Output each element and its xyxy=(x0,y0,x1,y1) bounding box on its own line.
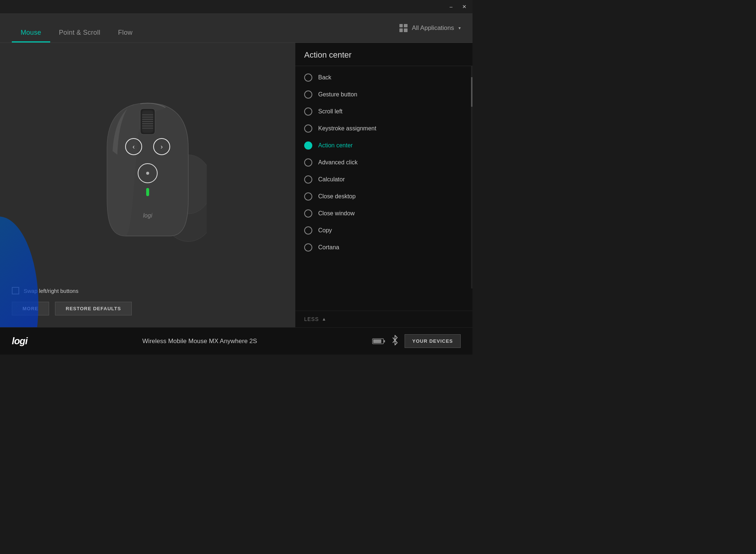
action-label-close-window: Close window xyxy=(318,210,355,217)
action-item-action-center[interactable]: Action center xyxy=(295,137,472,154)
tab-mouse[interactable]: Mouse xyxy=(12,29,50,42)
app-container: Mouse Point & Scroll Flow All Applicatio… xyxy=(0,13,472,355)
svg-rect-17 xyxy=(146,188,149,196)
header-right: All Applications ▾ xyxy=(399,24,461,32)
action-list[interactable]: BackGesture buttonScroll leftKeystroke a… xyxy=(295,66,472,311)
action-label-cortana: Cortana xyxy=(318,244,339,251)
radio-copy xyxy=(304,226,312,235)
all-apps-label[interactable]: All Applications xyxy=(412,24,454,32)
battery-icon xyxy=(372,338,385,345)
footer-device-name: Wireless Mobile Mouse MX Anywhere 2S xyxy=(27,338,372,345)
footer: logi Wireless Mobile Mouse MX Anywhere 2… xyxy=(0,327,472,355)
action-item-close-desktop[interactable]: Close desktop xyxy=(295,188,472,205)
scrollbar-track xyxy=(471,66,472,288)
action-item-advanced-click[interactable]: Advanced click xyxy=(295,154,472,171)
less-label: LESS xyxy=(304,316,319,322)
svg-text:logi: logi xyxy=(143,212,152,219)
action-label-gesture-button: Gesture button xyxy=(318,91,357,98)
minimize-button[interactable]: – xyxy=(446,1,456,12)
close-button[interactable]: ✕ xyxy=(459,1,470,12)
radio-back xyxy=(304,73,312,82)
action-label-close-desktop: Close desktop xyxy=(318,193,355,200)
action-item-gesture-button[interactable]: Gesture button xyxy=(295,86,472,103)
radio-close-window xyxy=(304,209,312,218)
restore-defaults-button[interactable]: RESTORE DEFAULTS xyxy=(55,302,132,315)
radio-close-desktop xyxy=(304,192,312,201)
tab-point-scroll[interactable]: Point & Scroll xyxy=(50,29,109,42)
action-item-copy[interactable]: Copy xyxy=(295,222,472,239)
action-label-keystroke-assignment: Keystroke assignment xyxy=(318,125,376,132)
radio-gesture-button xyxy=(304,90,312,99)
title-bar-controls: – ✕ xyxy=(446,1,470,12)
mouse-container: ‹ › logi xyxy=(12,50,284,281)
action-label-action-center: Action center xyxy=(318,142,353,149)
action-item-keystroke-assignment[interactable]: Keystroke assignment xyxy=(295,120,472,137)
svg-text:‹: ‹ xyxy=(133,143,135,150)
action-center-header: Action center xyxy=(295,43,472,66)
svg-point-16 xyxy=(146,172,149,175)
action-item-close-window[interactable]: Close window xyxy=(295,205,472,222)
action-label-copy: Copy xyxy=(318,227,332,234)
action-item-back[interactable]: Back xyxy=(295,69,472,86)
radio-action-center xyxy=(304,141,312,150)
tab-flow[interactable]: Flow xyxy=(109,29,141,42)
swap-buttons-row: Swap left/right buttons xyxy=(12,287,284,294)
chevron-up-icon: ▲ xyxy=(322,317,326,322)
your-devices-button[interactable]: YOUR DEVICES xyxy=(405,334,461,348)
right-panel: Action center BackGesture buttonScroll l… xyxy=(295,43,472,327)
action-label-calculator: Calculator xyxy=(318,176,345,183)
footer-logo: logi xyxy=(12,335,27,347)
radio-advanced-click xyxy=(304,158,312,167)
radio-calculator xyxy=(304,175,312,184)
left-panel: ‹ › logi xyxy=(0,43,295,327)
mouse-illustration: ‹ › logi xyxy=(89,88,207,243)
main-content: ‹ › logi xyxy=(0,43,472,327)
radio-scroll-left xyxy=(304,107,312,116)
svg-rect-21 xyxy=(373,339,381,343)
title-bar: – ✕ xyxy=(0,0,472,13)
chevron-down-icon[interactable]: ▾ xyxy=(458,25,461,31)
svg-text:›: › xyxy=(161,143,163,150)
less-button[interactable]: LESS ▲ xyxy=(295,311,472,327)
action-center-title: Action center xyxy=(304,50,464,60)
header: Mouse Point & Scroll Flow All Applicatio… xyxy=(0,13,472,43)
action-item-scroll-left[interactable]: Scroll left xyxy=(295,103,472,120)
footer-right: YOUR DEVICES xyxy=(372,334,461,348)
svg-rect-20 xyxy=(384,340,385,342)
nav-tabs: Mouse Point & Scroll Flow xyxy=(12,13,141,42)
scrollbar-thumb[interactable] xyxy=(471,77,472,107)
apps-grid-icon xyxy=(399,24,408,32)
action-label-advanced-click: Advanced click xyxy=(318,159,358,166)
action-label-back: Back xyxy=(318,74,331,81)
action-item-calculator[interactable]: Calculator xyxy=(295,171,472,188)
action-item-cortana[interactable]: Cortana xyxy=(295,239,472,256)
bottom-controls: Swap left/right buttons MORE RESTORE DEF… xyxy=(12,281,284,315)
radio-keystroke-assignment xyxy=(304,124,312,133)
radio-cortana xyxy=(304,243,312,252)
action-label-scroll-left: Scroll left xyxy=(318,108,343,115)
action-buttons: MORE RESTORE DEFAULTS xyxy=(12,302,284,315)
bluetooth-icon xyxy=(391,335,399,347)
